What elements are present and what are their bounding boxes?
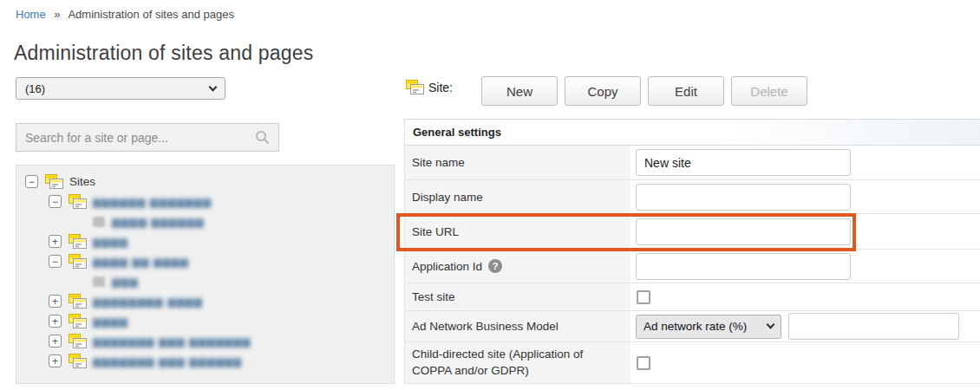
page-icon — [93, 217, 105, 227]
form-row-display-name: Display name — [405, 180, 980, 214]
site-icon — [69, 194, 87, 209]
display-name-input[interactable] — [636, 184, 851, 211]
display-name-label: Display name — [412, 191, 483, 204]
site-icon — [45, 174, 63, 189]
test-site-label: Test site — [412, 290, 455, 303]
breadcrumb-current: Administration of sites and pages — [68, 8, 234, 21]
tree-item-label-redacted[interactable]: ▆▆▆▆ — [93, 236, 128, 248]
breadcrumb-separator: » — [54, 8, 60, 21]
site-count-value: (16) — [25, 82, 45, 95]
tree-item-label-redacted[interactable]: ▆▆▆ — [112, 276, 139, 288]
form-row-test-site: Test site — [405, 283, 980, 311]
tree-toggle-icon[interactable]: − — [49, 195, 62, 208]
section-header: General settings — [405, 119, 980, 146]
site-icon — [69, 294, 87, 309]
tree-toggle-icon[interactable]: − — [49, 255, 62, 268]
tree-item: + ▆▆▆▆▆▆▆ ▆▆▆ ▆▆▆▆▆▆▆ — [49, 331, 394, 351]
breadcrumb-home-link[interactable]: Home — [16, 8, 46, 21]
page-title: Administration of sites and pages — [14, 42, 313, 65]
new-button[interactable]: New — [481, 76, 558, 106]
copy-button[interactable]: Copy — [565, 76, 641, 106]
tree-item: + ▆▆▆▆ — [49, 231, 394, 251]
site-actions: New Copy Edit Delete — [481, 76, 807, 106]
tree-item: − ▆▆▆▆ ▆▆ ▆▆▆▆ — [49, 251, 394, 271]
application-id-input[interactable] — [636, 253, 851, 280]
tree-item-label-redacted[interactable]: ▆▆▆▆▆▆▆ ▆▆▆ ▆▆▆▆▆▆▆ — [93, 335, 252, 348]
tree-toggle-icon[interactable]: + — [49, 354, 62, 367]
ad-network-rate-input[interactable] — [788, 313, 959, 340]
tree-item-label-redacted[interactable]: ▆▆▆▆ ▆▆▆▆▆▆ — [112, 216, 205, 228]
chevron-down-icon — [767, 321, 775, 329]
site-name-label: Site name — [412, 156, 465, 169]
tree-item-page: ▆▆▆ — [75, 271, 394, 291]
tree-item: + ▆▆▆▆ — [49, 311, 394, 331]
site-icon — [69, 234, 87, 249]
tree-toggle-icon[interactable]: + — [49, 335, 62, 348]
sites-tree: − Sites − ▆▆▆▆▆▆ ▆▆▆▆▆▆▆ — [16, 165, 395, 384]
site-url-label: Site URL — [412, 225, 459, 238]
site-icon — [406, 80, 424, 94]
tree-item-label[interactable]: Sites — [69, 175, 95, 188]
child-directed-checkbox[interactable] — [637, 356, 650, 370]
site-label: Site: — [428, 81, 453, 94]
ad-network-label: Ad Network Business Model — [412, 320, 559, 333]
edit-button[interactable]: Edit — [648, 76, 724, 106]
tree-item-label-redacted[interactable]: ▆▆▆▆▆▆▆ ▆▆▆ ▆▆▆▆▆▆ — [93, 355, 242, 367]
form-row-application-id: Application Id ? — [405, 250, 980, 283]
tree-item: + ▆▆▆▆▆▆▆▆ ▆▆▆▆ — [49, 291, 394, 311]
breadcrumb: Home » Administration of sites and pages — [16, 8, 234, 21]
test-site-checkbox[interactable] — [637, 290, 650, 304]
tree-item-page: ▆▆▆▆ ▆▆▆▆▆▆ — [75, 211, 394, 231]
tree-item-label-redacted[interactable]: ▆▆▆▆ — [93, 315, 128, 328]
tree-item: + ▆▆▆▆▆▆▆ ▆▆▆ ▆▆▆▆▆▆ — [49, 351, 394, 371]
site-icon — [69, 314, 87, 328]
search-icon — [255, 130, 270, 145]
section-title: General settings — [413, 126, 501, 139]
tree-item-label-redacted[interactable]: ▆▆▆▆▆▆▆▆ ▆▆▆▆ — [93, 296, 203, 308]
ad-network-select-value: Ad network rate (%) — [644, 320, 747, 333]
tree-toggle-icon[interactable]: + — [49, 295, 62, 308]
delete-button[interactable]: Delete — [731, 76, 807, 106]
site-url-input[interactable] — [636, 218, 851, 245]
child-directed-label: Child-directed site (Application of COPP… — [412, 347, 624, 378]
tree-item-label-redacted[interactable]: ▆▆▆▆▆▆ ▆▆▆▆▆▆▆ — [93, 196, 212, 208]
form-row-site-name: Site name — [405, 146, 980, 180]
tree-toggle-icon[interactable]: − — [25, 175, 38, 188]
search-input[interactable] — [25, 131, 255, 145]
tree-toggle-icon[interactable]: + — [49, 315, 62, 328]
tree-toggle-icon[interactable]: + — [49, 235, 62, 248]
site-icon — [69, 354, 87, 368]
ad-network-select[interactable]: Ad network rate (%) — [636, 315, 781, 339]
form-row-ad-network: Ad Network Business Model Ad network rat… — [405, 311, 980, 342]
site-name-input[interactable] — [636, 149, 851, 176]
search-box — [16, 123, 279, 152]
form-row-child-directed: Child-directed site (Application of COPP… — [405, 342, 980, 384]
help-icon[interactable]: ? — [488, 259, 502, 273]
site-count-select[interactable]: (16) — [16, 77, 225, 100]
site-icon — [69, 334, 87, 348]
admin-sites-page: Home » Administration of sites and pages… — [0, 0, 980, 390]
tree-item-label-redacted[interactable]: ▆▆▆▆ ▆▆ ▆▆▆▆ — [93, 256, 189, 268]
application-id-label: Application Id — [412, 260, 482, 273]
chevron-down-icon — [209, 82, 218, 91]
form-row-site-url: Site URL — [405, 214, 980, 250]
site-icon — [69, 254, 87, 269]
tree-item-root: − Sites — [25, 172, 394, 192]
site-header: Site: — [406, 80, 453, 94]
page-icon — [93, 276, 105, 287]
general-settings-table: General settings Site name Display name … — [404, 119, 980, 384]
tree-item: − ▆▆▆▆▆▆ ▆▆▆▆▆▆▆ — [49, 192, 394, 211]
